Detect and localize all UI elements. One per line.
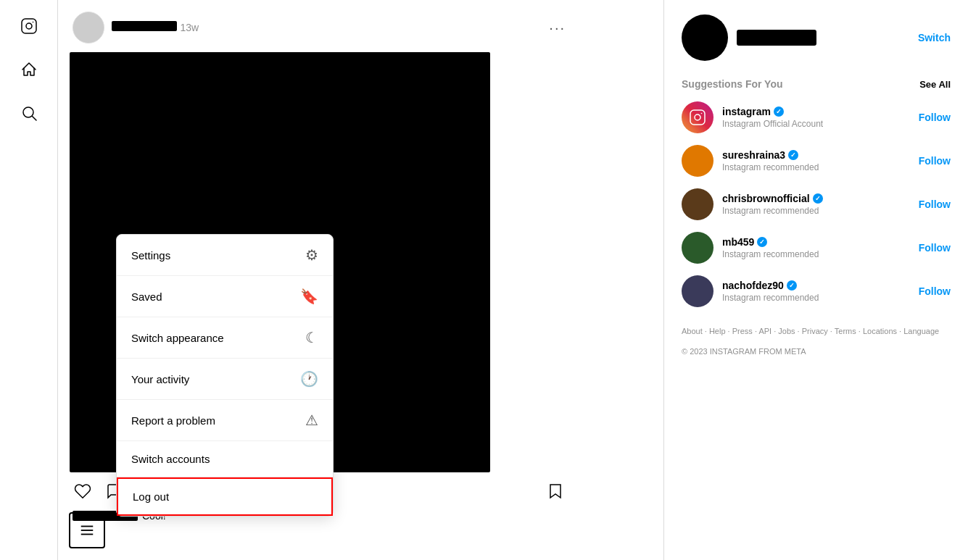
logout-label: Log out [133, 490, 169, 503]
follow-button-sureshraina3[interactable]: Follow [919, 155, 951, 167]
suggestion-item-nachofdez90: nachofdez90 Instagram recommended Follow [682, 275, 951, 307]
right-panel: Switch Suggestions For You See All insta… [663, 0, 968, 560]
menu-item-your-activity[interactable]: Your activity 🕐 [117, 359, 333, 400]
suggestion-avatar-instagram [682, 101, 713, 133]
copyright: © 2023 INSTAGRAM FROM META [682, 345, 951, 359]
sidebar-instagram-logo[interactable] [15, 12, 44, 41]
settings-icon: ⚙ [305, 246, 318, 264]
post-header-left: 13w [73, 12, 199, 43]
suggestion-item-chrisbrownofficial: chrisbrownofficial Instagram recommended… [682, 188, 951, 220]
footer-link-terms[interactable]: Terms [835, 327, 856, 335]
suggestion-sub-mb459: Instagram recommended [722, 249, 919, 259]
suggestion-info-sureshraina3: sureshraina3 Instagram recommended [722, 149, 919, 172]
switch-link[interactable]: Switch [918, 32, 951, 43]
svg-point-2 [32, 22, 33, 23]
right-user-avatar [682, 14, 728, 61]
dropdown-menu: Settings ⚙ Saved 🔖 Switch appearance ☾ Y… [116, 234, 334, 517]
settings-label: Settings [131, 249, 170, 262]
follow-button-instagram[interactable]: Follow [919, 112, 951, 123]
follow-button-nachofdez90[interactable]: Follow [919, 285, 951, 297]
suggestion-name-chrisbrownofficial: chrisbrownofficial [722, 193, 919, 204]
svg-line-4 [32, 117, 36, 121]
suggestions-title: Suggestions For You [682, 78, 783, 90]
sidebar-item-search[interactable] [15, 99, 44, 128]
suggestion-item-instagram: instagram Instagram Official Account Fol… [682, 101, 951, 133]
suggestion-info-chrisbrownofficial: chrisbrownofficial Instagram recommended [722, 193, 919, 216]
report-problem-label: Report a problem [131, 414, 215, 427]
svg-point-3 [23, 107, 33, 117]
verified-badge-nachofdez90 [787, 280, 797, 291]
suggestion-info-mb459: mb459 Instagram recommended [722, 236, 919, 259]
suggestion-avatar-sureshraina3 [682, 145, 713, 177]
verified-badge-instagram [774, 106, 784, 117]
follow-button-chrisbrownofficial[interactable]: Follow [919, 198, 951, 210]
suggestion-name-sureshraina3: sureshraina3 [722, 149, 919, 161]
report-icon: ⚠ [305, 411, 318, 429]
suggestions-header: Suggestions For You See All [682, 78, 951, 90]
suggestion-sub-instagram: Instagram Official Account [722, 119, 919, 129]
footer-link-about[interactable]: About [682, 327, 703, 335]
saved-label: Saved [131, 291, 162, 303]
sidebar [0, 0, 58, 560]
footer-link-locations[interactable]: Locations [863, 327, 897, 335]
moon-icon: ☾ [305, 329, 318, 346]
switch-appearance-label: Switch appearance [131, 332, 224, 344]
suggestion-avatar-chrisbrownofficial [682, 188, 713, 220]
post-header: 13w ··· [70, 12, 568, 43]
save-button[interactable] [545, 481, 566, 501]
footer-link-press[interactable]: Press [732, 327, 753, 335]
post-more-options-button[interactable]: ··· [549, 20, 566, 36]
post-timestamp: 13w [180, 22, 199, 33]
right-username [737, 30, 816, 46]
suggestion-name-mb459: mb459 [722, 236, 919, 248]
suggestion-info-nachofdez90: nachofdez90 Instagram recommended [722, 280, 919, 303]
footer-links: About · Help · Press · API · Jobs · Priv… [682, 325, 951, 359]
menu-item-settings[interactable]: Settings ⚙ [117, 235, 333, 276]
footer-link-privacy[interactable]: Privacy [802, 327, 828, 335]
follow-button-mb459[interactable]: Follow [919, 242, 951, 254]
suggestion-sub-sureshraina3: Instagram recommended [722, 162, 919, 172]
sidebar-item-home[interactable] [15, 55, 44, 84]
svg-rect-0 [22, 19, 36, 33]
menu-item-logout[interactable]: Log out [117, 477, 333, 516]
svg-point-13 [701, 113, 703, 114]
suggestion-avatar-nachofdez90 [682, 275, 713, 307]
see-all-link[interactable]: See All [919, 79, 951, 90]
svg-rect-11 [690, 110, 705, 125]
menu-item-switch-appearance[interactable]: Switch appearance ☾ [117, 317, 333, 359]
post-avatar [73, 12, 104, 43]
footer-link-api[interactable]: API [758, 327, 771, 335]
like-button[interactable] [73, 481, 93, 501]
right-user-info [682, 14, 816, 61]
menu-item-report-problem[interactable]: Report a problem ⚠ [117, 400, 333, 441]
suggestion-item-sureshraina3: sureshraina3 Instagram recommended Follo… [682, 145, 951, 177]
suggestion-name-nachofdez90: nachofdez90 [722, 280, 919, 291]
your-activity-label: Your activity [131, 373, 189, 385]
suggestion-item-mb459: mb459 Instagram recommended Follow [682, 232, 951, 264]
bookmark-icon: 🔖 [300, 288, 318, 305]
verified-badge-chrisbrownofficial [813, 193, 823, 204]
right-user-section: Switch [682, 14, 951, 61]
menu-button[interactable] [69, 512, 105, 548]
footer-link-jobs[interactable]: Jobs [778, 327, 795, 335]
footer-link-help[interactable]: Help [709, 327, 726, 335]
post-username [112, 21, 177, 31]
suggestion-sub-nachofdez90: Instagram recommended [722, 293, 919, 303]
switch-accounts-label: Switch accounts [131, 453, 210, 465]
suggestion-sub-chrisbrownofficial: Instagram recommended [722, 206, 919, 216]
menu-item-saved[interactable]: Saved 🔖 [117, 276, 333, 317]
footer-link-language[interactable]: Language [903, 327, 939, 335]
verified-badge-mb459 [757, 237, 767, 247]
suggestion-name-instagram: instagram [722, 106, 919, 117]
main-content: 13w ··· [58, 0, 663, 560]
svg-marker-7 [550, 485, 560, 498]
svg-point-12 [695, 114, 700, 120]
suggestion-avatar-mb459 [682, 232, 713, 264]
verified-badge-sureshraina3 [788, 150, 798, 160]
svg-point-1 [26, 23, 32, 29]
post-username-wrapper: 13w [112, 21, 199, 34]
suggestion-info-instagram: instagram Instagram Official Account [722, 106, 919, 129]
menu-item-switch-accounts[interactable]: Switch accounts [117, 441, 333, 477]
activity-icon: 🕐 [300, 370, 318, 388]
